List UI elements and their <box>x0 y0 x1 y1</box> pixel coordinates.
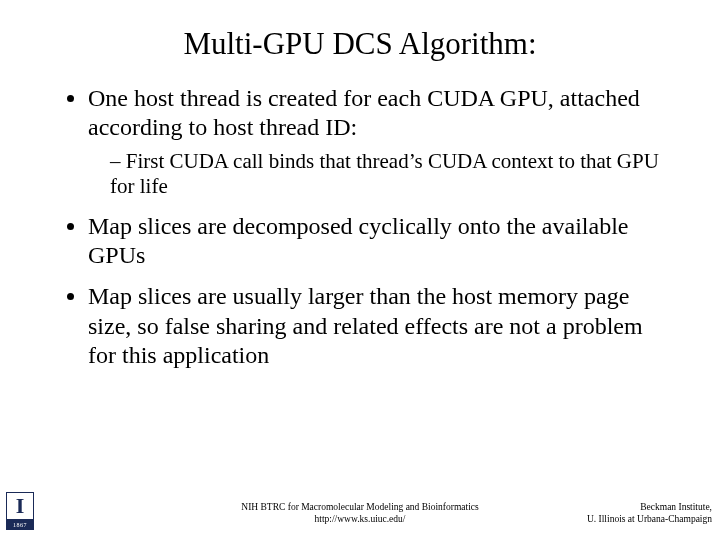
logo-block-i: I <box>6 492 34 520</box>
slide-body: One host thread is created for each CUDA… <box>0 70 720 370</box>
footer-center: NIH BTRC for Macromolecular Modeling and… <box>241 502 478 526</box>
sub-bullet-item: First CUDA call binds that thread’s CUDA… <box>110 149 660 200</box>
sub-bullet-list: First CUDA call binds that thread’s CUDA… <box>88 149 660 200</box>
slide-title: Multi-GPU DCS Algorithm: <box>0 0 720 70</box>
logo-letter: I <box>16 495 25 517</box>
sub-bullet-text: First CUDA call binds that thread’s CUDA… <box>110 149 659 199</box>
footer-right-line1: Beckman Institute, <box>587 502 712 514</box>
footer-center-line1: NIH BTRC for Macromolecular Modeling and… <box>241 502 478 514</box>
bullet-text: One host thread is created for each CUDA… <box>88 85 640 140</box>
bullet-text: Map slices are decomposed cyclically ont… <box>88 213 628 268</box>
slide: Multi-GPU DCS Algorithm: One host thread… <box>0 0 720 540</box>
footer-right-line2: U. Illinois at Urbana-Champaign <box>587 514 712 526</box>
footer-center-line2: http://www.ks.uiuc.edu/ <box>241 514 478 526</box>
bullet-list: One host thread is created for each CUDA… <box>60 84 660 370</box>
bullet-item: Map slices are usually larger than the h… <box>88 282 660 370</box>
illinois-logo: I 1867 <box>6 492 34 530</box>
bullet-item: Map slices are decomposed cyclically ont… <box>88 212 660 271</box>
logo-year: 1867 <box>6 520 34 530</box>
slide-footer: I 1867 NIH BTRC for Macromolecular Model… <box>0 486 720 532</box>
footer-right: Beckman Institute, U. Illinois at Urbana… <box>587 502 712 526</box>
bullet-item: One host thread is created for each CUDA… <box>88 84 660 200</box>
bullet-text: Map slices are usually larger than the h… <box>88 283 643 368</box>
